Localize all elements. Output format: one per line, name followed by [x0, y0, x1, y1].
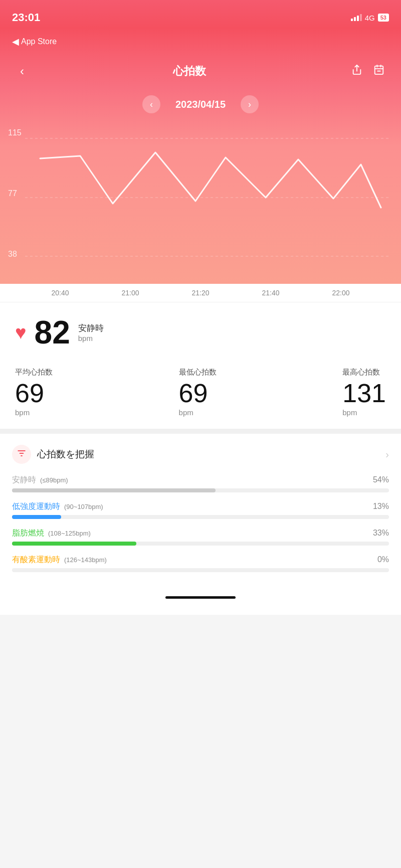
resting-heart-rate-row: ♥ 82 安静時 bpm: [15, 316, 386, 349]
zone-fat-bar-bg: [12, 542, 389, 546]
zone-fat-burn: 脂肪燃焼 (108~125bpm) 33%: [12, 528, 389, 546]
zone-aerobic-name: 有酸素運動時: [12, 555, 60, 565]
calendar-button[interactable]: [369, 61, 389, 81]
zone-rest-pct: 54%: [373, 475, 389, 484]
share-button[interactable]: [347, 61, 367, 81]
x-label-3: 21:40: [262, 289, 279, 297]
zone-fat-row: 脂肪燃焼 (108~125bpm) 33%: [12, 528, 389, 539]
x-label-0: 20:40: [51, 289, 69, 297]
zone-low-pct: 13%: [373, 502, 389, 511]
prev-date-button[interactable]: ‹: [142, 95, 160, 113]
metrics-section: ♥ 82 安静時 bpm 平均心拍数 69 bpm 最低心拍数 69 bpm 最…: [0, 302, 401, 429]
stats-row: 平均心拍数 69 bpm 最低心拍数 69 bpm 最高心拍数 131 bpm: [15, 363, 386, 417]
zones-section: 心拍数を把握 › 安静時 (≤89bpm) 54% 低強度運動時 (90~107…: [0, 434, 401, 615]
resting-label-bot: bpm: [78, 334, 104, 342]
zone-rest-row: 安静時 (≤89bpm) 54%: [12, 475, 389, 485]
app-store-back-button[interactable]: ◀ App Store: [12, 36, 57, 47]
zones-filter-icon: [17, 448, 27, 461]
resting-label-top: 安静時: [78, 322, 104, 334]
resting-bpm-value: 82: [35, 316, 70, 349]
zone-rest-name-row: 安静時 (≤89bpm): [12, 475, 68, 485]
share-icon: [351, 64, 362, 78]
section-divider: [0, 429, 401, 434]
zones-title-row: 心拍数を把握: [12, 445, 94, 464]
zone-low-row: 低強度運動時 (90~107bpm) 13%: [12, 501, 389, 512]
zone-rest-range: (≤89bpm): [40, 476, 68, 484]
min-label: 最低心拍数: [179, 368, 217, 377]
back-button[interactable]: ‹: [12, 61, 32, 81]
heart-rate-chart: 115 77 38: [0, 123, 401, 284]
zone-aerobic-name-row: 有酸素運動時 (126~143bpm): [12, 555, 107, 565]
next-date-button[interactable]: ›: [241, 95, 259, 113]
x-label-2: 21:20: [191, 289, 209, 297]
back-icon: ‹: [20, 64, 24, 78]
page-title: 心拍数: [32, 64, 347, 79]
zone-low-range: (90~107bpm): [64, 503, 103, 510]
max-value: 131: [342, 380, 386, 406]
chart-section: ‹ 2023/04/15 › 115 77 38: [0, 87, 401, 284]
back-chevron-icon: ◀: [12, 36, 19, 47]
current-date: 2023/04/15: [175, 99, 226, 110]
zone-fat-name-row: 脂肪燃焼 (108~125bpm): [12, 528, 91, 539]
zone-low-intensity: 低強度運動時 (90~107bpm) 13%: [12, 501, 389, 519]
home-indicator-area: [12, 581, 389, 604]
avg-heart-rate: 平均心拍数 69 bpm: [15, 368, 53, 417]
zone-aerobic-range: (126~143bpm): [64, 556, 107, 564]
next-date-icon: ›: [248, 99, 251, 110]
app-store-label: App Store: [21, 37, 57, 46]
network-label: 4G: [365, 14, 375, 22]
app-store-nav: ◀ App Store: [0, 28, 401, 55]
zone-rest-bar-fill: [12, 488, 216, 492]
zone-low-name: 低強度運動時: [12, 501, 60, 512]
status-bar: 23:01 4G 53: [0, 0, 401, 28]
svg-rect-1: [375, 66, 383, 75]
max-unit: bpm: [342, 408, 357, 417]
x-label-4: 22:00: [332, 289, 349, 297]
calendar-icon: [373, 64, 384, 78]
zones-title: 心拍数を把握: [37, 448, 94, 461]
zone-fat-bar-fill: [12, 542, 136, 546]
page-header: ‹ 心拍数: [0, 55, 401, 87]
zone-fat-name: 脂肪燃焼: [12, 528, 44, 539]
zones-header: 心拍数を把握 ›: [12, 445, 389, 464]
prev-date-icon: ‹: [150, 99, 153, 110]
zone-aerobic-bar-bg: [12, 568, 389, 572]
zone-fat-pct: 33%: [373, 529, 389, 538]
avg-unit: bpm: [15, 408, 30, 417]
home-indicator: [165, 596, 236, 599]
zone-low-bar-fill: [12, 515, 61, 519]
date-navigation: ‹ 2023/04/15 ›: [0, 95, 401, 113]
min-heart-rate: 最低心拍数 69 bpm: [179, 368, 217, 417]
zone-fat-range: (108~125bpm): [48, 530, 91, 537]
max-label: 最高心拍数: [342, 368, 380, 377]
status-time: 23:01: [12, 11, 40, 24]
zone-resting: 安静時 (≤89bpm) 54%: [12, 475, 389, 492]
max-heart-rate: 最高心拍数 131 bpm: [342, 368, 386, 417]
x-axis: 20:40 21:00 21:20 21:40 22:00: [0, 284, 401, 302]
avg-label: 平均心拍数: [15, 368, 53, 377]
zone-rest-bar-bg: [12, 488, 389, 492]
zones-icon-circle: [12, 445, 31, 464]
min-value: 69: [179, 380, 208, 406]
zone-aerobic-pct: 0%: [377, 555, 389, 564]
x-label-1: 21:00: [121, 289, 139, 297]
chart-svg: [0, 123, 401, 284]
resting-label: 安静時 bpm: [78, 322, 104, 342]
zone-aerobic-row: 有酸素運動時 (126~143bpm) 0%: [12, 555, 389, 565]
signal-icon: [351, 14, 362, 21]
zones-chevron-icon[interactable]: ›: [385, 449, 389, 460]
min-unit: bpm: [179, 408, 193, 417]
avg-value: 69: [15, 380, 44, 406]
battery-badge: 53: [378, 14, 389, 22]
heart-icon: ♥: [15, 322, 27, 343]
status-icons: 4G 53: [351, 14, 389, 22]
zone-low-name-row: 低強度運動時 (90~107bpm): [12, 501, 103, 512]
zone-low-bar-bg: [12, 515, 389, 519]
zone-aerobic: 有酸素運動時 (126~143bpm) 0%: [12, 555, 389, 572]
zone-rest-name: 安静時: [12, 475, 36, 485]
